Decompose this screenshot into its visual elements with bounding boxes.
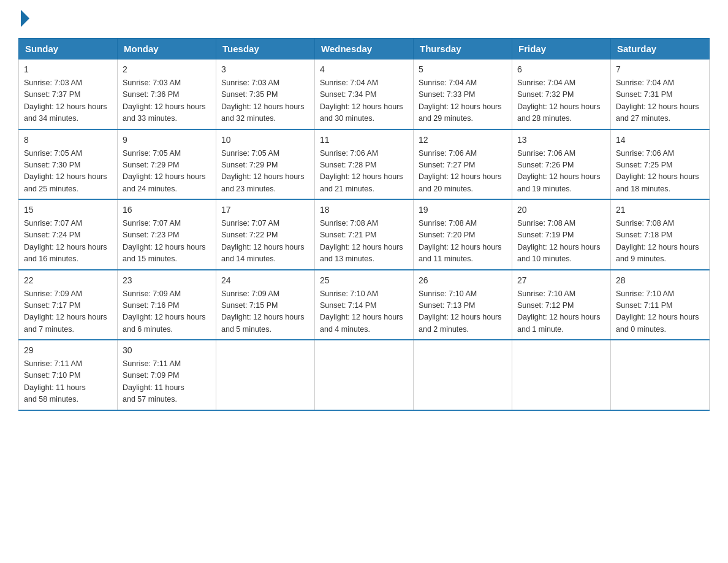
calendar-header: SundayMondayTuesdayWednesdayThursdayFrid… <box>19 39 710 59</box>
day-number: 20 <box>517 204 605 216</box>
day-number: 27 <box>517 274 605 287</box>
day-info: Sunrise: 7:06 AMSunset: 7:25 PMDaylight:… <box>616 148 704 196</box>
day-info: Sunrise: 7:03 AMSunset: 7:35 PMDaylight:… <box>221 77 309 125</box>
day-number: 22 <box>24 274 112 287</box>
calendar-body: 1Sunrise: 7:03 AMSunset: 7:37 PMDaylight… <box>19 59 710 410</box>
day-info: Sunrise: 7:09 AMSunset: 7:17 PMDaylight:… <box>24 288 112 336</box>
calendar-cell: 14Sunrise: 7:06 AMSunset: 7:25 PMDayligh… <box>611 129 710 200</box>
calendar-cell: 1Sunrise: 7:03 AMSunset: 7:37 PMDaylight… <box>19 59 118 129</box>
day-of-week-wednesday: Wednesday <box>315 39 414 59</box>
week-row-4: 22Sunrise: 7:09 AMSunset: 7:17 PMDayligh… <box>19 270 710 340</box>
calendar-cell: 12Sunrise: 7:06 AMSunset: 7:27 PMDayligh… <box>414 129 512 200</box>
day-info: Sunrise: 7:09 AMSunset: 7:15 PMDaylight:… <box>221 288 309 336</box>
day-info: Sunrise: 7:04 AMSunset: 7:34 PMDaylight:… <box>320 77 408 125</box>
day-info: Sunrise: 7:07 AMSunset: 7:23 PMDaylight:… <box>123 218 211 266</box>
day-number: 1 <box>24 63 112 76</box>
calendar-cell: 19Sunrise: 7:08 AMSunset: 7:20 PMDayligh… <box>414 199 512 270</box>
day-info: Sunrise: 7:10 AMSunset: 7:11 PMDaylight:… <box>616 288 704 336</box>
calendar-cell: 28Sunrise: 7:10 AMSunset: 7:11 PMDayligh… <box>611 270 710 340</box>
calendar-cell: 23Sunrise: 7:09 AMSunset: 7:16 PMDayligh… <box>118 270 216 340</box>
day-info: Sunrise: 7:04 AMSunset: 7:32 PMDaylight:… <box>517 77 605 125</box>
day-number: 2 <box>123 63 211 76</box>
calendar-cell: 24Sunrise: 7:09 AMSunset: 7:15 PMDayligh… <box>216 270 315 340</box>
calendar-cell <box>315 340 414 410</box>
day-of-week-monday: Monday <box>118 39 216 59</box>
day-number: 4 <box>320 63 408 76</box>
day-number: 9 <box>123 134 211 147</box>
day-number: 5 <box>419 63 507 76</box>
day-number: 14 <box>616 134 704 147</box>
day-number: 29 <box>24 344 112 357</box>
day-number: 16 <box>123 204 211 216</box>
week-row-2: 8Sunrise: 7:05 AMSunset: 7:30 PMDaylight… <box>19 129 710 200</box>
day-info: Sunrise: 7:08 AMSunset: 7:18 PMDaylight:… <box>616 218 704 266</box>
logo <box>18 12 29 27</box>
logo-arrow-icon <box>21 10 29 27</box>
day-of-week-friday: Friday <box>512 39 611 59</box>
calendar-cell <box>512 340 611 410</box>
day-info: Sunrise: 7:11 AMSunset: 7:09 PMDaylight:… <box>123 358 211 406</box>
day-info: Sunrise: 7:08 AMSunset: 7:20 PMDaylight:… <box>419 218 507 266</box>
day-info: Sunrise: 7:10 AMSunset: 7:13 PMDaylight:… <box>419 288 507 336</box>
day-info: Sunrise: 7:06 AMSunset: 7:28 PMDaylight:… <box>320 148 408 196</box>
header-row: SundayMondayTuesdayWednesdayThursdayFrid… <box>19 39 710 59</box>
day-number: 12 <box>419 134 507 147</box>
day-info: Sunrise: 7:10 AMSunset: 7:14 PMDaylight:… <box>320 288 408 336</box>
day-info: Sunrise: 7:05 AMSunset: 7:30 PMDaylight:… <box>24 148 112 196</box>
day-number: 26 <box>419 274 507 287</box>
day-info: Sunrise: 7:11 AMSunset: 7:10 PMDaylight:… <box>24 358 112 406</box>
calendar-cell: 11Sunrise: 7:06 AMSunset: 7:28 PMDayligh… <box>315 129 414 200</box>
calendar-cell: 25Sunrise: 7:10 AMSunset: 7:14 PMDayligh… <box>315 270 414 340</box>
calendar-cell: 4Sunrise: 7:04 AMSunset: 7:34 PMDaylight… <box>315 59 414 129</box>
calendar-cell: 13Sunrise: 7:06 AMSunset: 7:26 PMDayligh… <box>512 129 611 200</box>
calendar-cell <box>216 340 315 410</box>
calendar-cell: 18Sunrise: 7:08 AMSunset: 7:21 PMDayligh… <box>315 199 414 270</box>
calendar-cell: 15Sunrise: 7:07 AMSunset: 7:24 PMDayligh… <box>19 199 118 270</box>
day-info: Sunrise: 7:07 AMSunset: 7:24 PMDaylight:… <box>24 218 112 266</box>
day-number: 21 <box>616 204 704 216</box>
day-number: 13 <box>517 134 605 147</box>
day-info: Sunrise: 7:04 AMSunset: 7:33 PMDaylight:… <box>419 77 507 125</box>
day-number: 6 <box>517 63 605 76</box>
calendar-cell: 8Sunrise: 7:05 AMSunset: 7:30 PMDaylight… <box>19 129 118 200</box>
calendar-cell: 21Sunrise: 7:08 AMSunset: 7:18 PMDayligh… <box>611 199 710 270</box>
day-info: Sunrise: 7:08 AMSunset: 7:21 PMDaylight:… <box>320 218 408 266</box>
day-info: Sunrise: 7:05 AMSunset: 7:29 PMDaylight:… <box>123 148 211 196</box>
calendar-cell: 2Sunrise: 7:03 AMSunset: 7:36 PMDaylight… <box>118 59 216 129</box>
day-number: 23 <box>123 274 211 287</box>
calendar-table: SundayMondayTuesdayWednesdayThursdayFrid… <box>18 38 710 411</box>
day-number: 8 <box>24 134 112 147</box>
day-number: 30 <box>123 344 211 357</box>
day-info: Sunrise: 7:04 AMSunset: 7:31 PMDaylight:… <box>616 77 704 125</box>
day-info: Sunrise: 7:05 AMSunset: 7:29 PMDaylight:… <box>221 148 309 196</box>
calendar-cell: 7Sunrise: 7:04 AMSunset: 7:31 PMDaylight… <box>611 59 710 129</box>
calendar-cell: 10Sunrise: 7:05 AMSunset: 7:29 PMDayligh… <box>216 129 315 200</box>
page-header <box>18 12 710 27</box>
calendar-cell <box>414 340 512 410</box>
week-row-5: 29Sunrise: 7:11 AMSunset: 7:10 PMDayligh… <box>19 340 710 410</box>
calendar-cell: 29Sunrise: 7:11 AMSunset: 7:10 PMDayligh… <box>19 340 118 410</box>
calendar-cell: 17Sunrise: 7:07 AMSunset: 7:22 PMDayligh… <box>216 199 315 270</box>
calendar-cell: 22Sunrise: 7:09 AMSunset: 7:17 PMDayligh… <box>19 270 118 340</box>
calendar-cell: 30Sunrise: 7:11 AMSunset: 7:09 PMDayligh… <box>118 340 216 410</box>
day-of-week-thursday: Thursday <box>414 39 512 59</box>
day-info: Sunrise: 7:09 AMSunset: 7:16 PMDaylight:… <box>123 288 211 336</box>
day-number: 3 <box>221 63 309 76</box>
day-info: Sunrise: 7:06 AMSunset: 7:26 PMDaylight:… <box>517 148 605 196</box>
day-number: 7 <box>616 63 704 76</box>
calendar-cell: 5Sunrise: 7:04 AMSunset: 7:33 PMDaylight… <box>414 59 512 129</box>
week-row-3: 15Sunrise: 7:07 AMSunset: 7:24 PMDayligh… <box>19 199 710 270</box>
week-row-1: 1Sunrise: 7:03 AMSunset: 7:37 PMDaylight… <box>19 59 710 129</box>
day-number: 11 <box>320 134 408 147</box>
day-of-week-saturday: Saturday <box>611 39 710 59</box>
calendar-cell: 20Sunrise: 7:08 AMSunset: 7:19 PMDayligh… <box>512 199 611 270</box>
calendar-cell: 9Sunrise: 7:05 AMSunset: 7:29 PMDaylight… <box>118 129 216 200</box>
day-info: Sunrise: 7:10 AMSunset: 7:12 PMDaylight:… <box>517 288 605 336</box>
calendar-cell: 27Sunrise: 7:10 AMSunset: 7:12 PMDayligh… <box>512 270 611 340</box>
calendar-cell: 16Sunrise: 7:07 AMSunset: 7:23 PMDayligh… <box>118 199 216 270</box>
day-info: Sunrise: 7:08 AMSunset: 7:19 PMDaylight:… <box>517 218 605 266</box>
day-number: 15 <box>24 204 112 216</box>
calendar-cell: 3Sunrise: 7:03 AMSunset: 7:35 PMDaylight… <box>216 59 315 129</box>
day-info: Sunrise: 7:03 AMSunset: 7:36 PMDaylight:… <box>123 77 211 125</box>
day-number: 18 <box>320 204 408 216</box>
